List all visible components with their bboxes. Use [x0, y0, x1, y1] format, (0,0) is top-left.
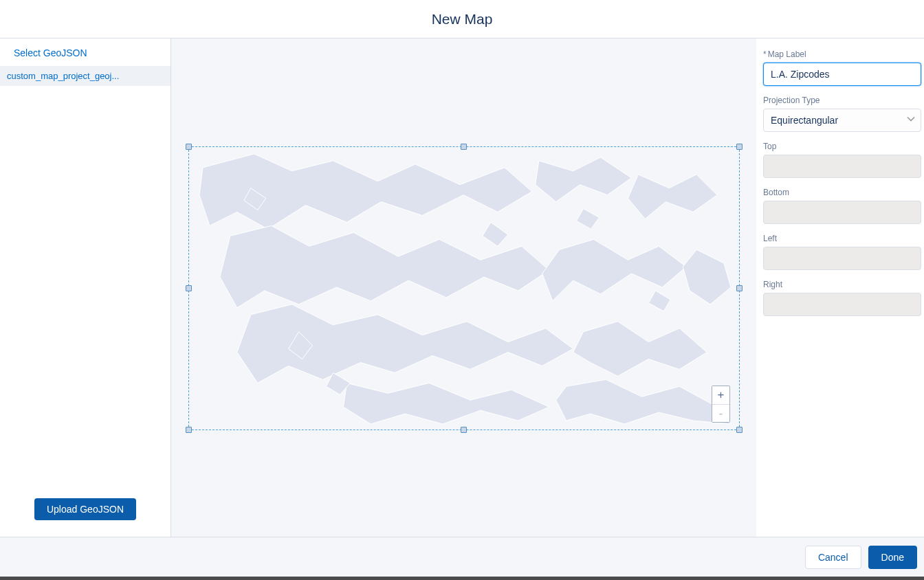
bottom-label: Bottom: [763, 188, 923, 197]
map-label-field-block: *Map Label: [763, 49, 923, 86]
upload-button-wrap: Upload GeoJSON: [0, 498, 170, 537]
map-label-label-text: Map Label: [768, 49, 806, 59]
upload-geojson-button[interactable]: Upload GeoJSON: [34, 498, 136, 520]
top-label: Top: [763, 142, 923, 151]
sidebar-left: Select GeoJSON custom_map_project_geoj..…: [0, 38, 171, 537]
required-asterisk: *: [763, 49, 767, 59]
crop-handle-left-center[interactable]: [186, 285, 192, 291]
right-field-block: Right: [763, 280, 923, 316]
crop-handle-bottom-right[interactable]: [736, 427, 742, 433]
map-bounding-box[interactable]: + -: [188, 146, 740, 430]
map-preview: [189, 147, 739, 430]
sidebar-right: *Map Label Projection Type Top Bottom Le…: [756, 38, 924, 537]
footer-strip: [0, 577, 924, 580]
modal-footer: Cancel Done: [0, 537, 924, 577]
left-input[interactable]: [763, 247, 921, 270]
done-button[interactable]: Done: [868, 546, 917, 569]
zoom-in-button[interactable]: +: [712, 386, 729, 404]
zoom-control: + -: [712, 386, 730, 423]
map-preview-area: + -: [171, 38, 756, 537]
map-label-label: *Map Label: [763, 49, 923, 59]
crop-handle-top-center[interactable]: [461, 144, 467, 150]
left-label: Left: [763, 234, 923, 243]
geojson-file-item[interactable]: custom_map_project_geoj...: [0, 66, 170, 86]
modal-header: New Map: [0, 0, 924, 38]
right-input[interactable]: [763, 293, 921, 316]
modal-title: New Map: [432, 11, 493, 27]
modal-body: Select GeoJSON custom_map_project_geoj..…: [0, 38, 924, 537]
projection-select-value[interactable]: [763, 109, 921, 132]
projection-label: Projection Type: [763, 96, 923, 105]
top-field-block: Top: [763, 142, 923, 178]
crop-handle-bottom-center[interactable]: [461, 427, 467, 433]
crop-handle-right-center[interactable]: [736, 285, 742, 291]
crop-handle-top-left[interactable]: [186, 144, 192, 150]
crop-handle-bottom-left[interactable]: [186, 427, 192, 433]
file-list: Select GeoJSON custom_map_project_geoj..…: [0, 38, 170, 498]
zoom-out-button[interactable]: -: [712, 404, 729, 422]
top-input[interactable]: [763, 155, 921, 178]
crop-handle-top-right[interactable]: [736, 144, 742, 150]
left-field-block: Left: [763, 234, 923, 270]
projection-select[interactable]: [763, 109, 921, 132]
cancel-button[interactable]: Cancel: [805, 546, 861, 569]
map-label-input[interactable]: [763, 63, 921, 86]
right-label: Right: [763, 280, 923, 289]
bottom-input[interactable]: [763, 201, 921, 224]
projection-field-block: Projection Type: [763, 96, 923, 132]
select-geojson-link[interactable]: Select GeoJSON: [0, 38, 170, 66]
bottom-field-block: Bottom: [763, 188, 923, 224]
